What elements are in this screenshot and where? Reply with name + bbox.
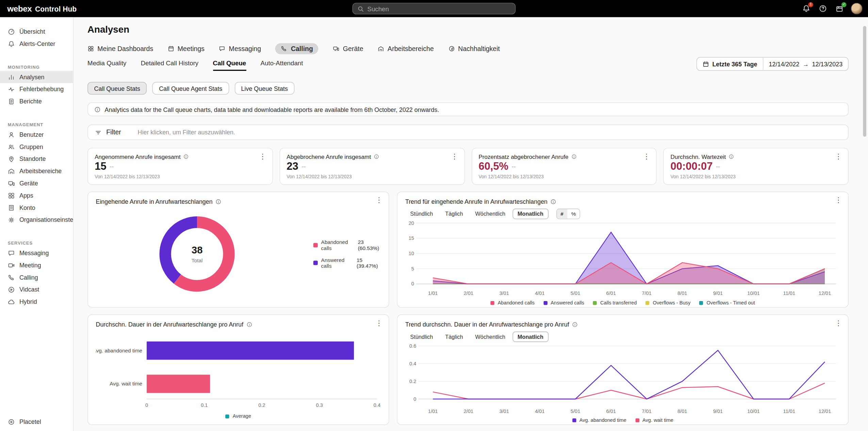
kpi-menu-button[interactable]: ⋮ xyxy=(451,153,458,160)
sidebar-item-label: Messaging xyxy=(19,250,49,256)
card-menu-button[interactable]: ⋮ xyxy=(375,319,382,327)
svg-text:10/01: 10/01 xyxy=(747,291,760,296)
subtab-call-queue[interactable]: Call Queue xyxy=(213,60,246,71)
info-icon xyxy=(572,321,578,327)
svg-text:2/01: 2/01 xyxy=(464,409,473,414)
svg-text:9/01: 9/01 xyxy=(713,409,723,414)
granularity-w-chentlich[interactable]: Wöchentlich xyxy=(470,331,510,342)
granularity-t-glich[interactable]: Täglich xyxy=(440,209,468,219)
card-menu-button[interactable]: ⋮ xyxy=(375,197,382,204)
sidebar-item-berichte[interactable]: Berichte xyxy=(0,95,73,107)
user-avatar[interactable] xyxy=(851,3,863,14)
granularity-st-ndlich[interactable]: Stündlich xyxy=(405,209,438,219)
card-menu-button[interactable]: ⋮ xyxy=(835,319,842,327)
sidebar-item-placetel[interactable]: Placetel xyxy=(0,416,73,428)
calling-icon xyxy=(281,45,288,52)
info-icon xyxy=(246,321,252,327)
info-icon xyxy=(550,198,556,204)
calling-icon xyxy=(8,274,15,281)
tab-meine-dashboards[interactable]: Meine Dashboards xyxy=(87,45,153,53)
svg-text:0: 0 xyxy=(413,396,416,402)
sidebar-item-alerts-center[interactable]: Alerts-Center xyxy=(0,38,73,50)
tab-meetings[interactable]: Meetings xyxy=(168,45,205,53)
orders-button[interactable]: ✓ xyxy=(834,4,844,14)
kpi-menu-button[interactable]: ⋮ xyxy=(643,153,650,160)
pill-call-queue-agent-stats[interactable]: Call Queue Agent Stats xyxy=(152,82,229,95)
pill-live-queue-stats[interactable]: Live Queue Stats xyxy=(234,82,294,95)
svg-text:3/01: 3/01 xyxy=(499,291,509,296)
date-end: 12/13/2023 xyxy=(812,61,843,67)
product-name: Control Hub xyxy=(35,5,77,13)
sidebar-item-messaging[interactable]: Messaging xyxy=(0,247,73,259)
sidebar-item-konto[interactable]: Konto xyxy=(0,201,73,214)
tab-messaging[interactable]: Messaging xyxy=(219,45,261,53)
sidebar-item-ger-te[interactable]: Geräte xyxy=(0,177,73,189)
donut-legend: Abandoned calls23 (60.53%)Answered calls… xyxy=(313,239,381,269)
filter-bar[interactable]: Filter Hier klicken, um Filter auszuwähl… xyxy=(87,125,849,140)
svg-text:1/01: 1/01 xyxy=(428,409,438,414)
vidcast-icon xyxy=(8,286,15,293)
card-title: Eingehende Anrufe in Anrufwarteschlangen xyxy=(96,198,381,205)
kpi-period: Von 12/14/2022 bis 12/13/2023 xyxy=(95,174,265,179)
users-icon xyxy=(8,131,15,138)
sidebar-item-arbeitsbereiche[interactable]: Arbeitsbereiche xyxy=(0,165,73,177)
granularity-monatlich[interactable]: Monatlich xyxy=(512,209,548,219)
sidebar-item-organisationseinstellun[interactable]: Organisationseinstellun... xyxy=(0,214,73,226)
sidebar-item-gruppen[interactable]: Gruppen xyxy=(0,140,73,153)
tab-nachhaltigkeit[interactable]: Nachhaltigkeit xyxy=(448,45,500,53)
granularity-monatlich[interactable]: Monatlich xyxy=(512,331,548,342)
arrow-right-icon: → xyxy=(803,61,809,67)
legend-item-avg-abandoned-time: Avg. abandoned time xyxy=(572,417,626,423)
svg-text:12/01: 12/01 xyxy=(819,409,831,414)
card-menu-button[interactable]: ⋮ xyxy=(835,197,842,204)
sidebar-item-benutzer[interactable]: Benutzer xyxy=(0,128,73,140)
help-button[interactable] xyxy=(818,4,828,14)
orders-check-badge: ✓ xyxy=(841,2,847,7)
unit-toggle-count[interactable]: # xyxy=(557,209,567,218)
svg-text:7/01: 7/01 xyxy=(642,291,651,296)
sidebar-item-analysen[interactable]: Analysen xyxy=(0,71,73,83)
granularity-t-glich[interactable]: Täglich xyxy=(440,331,468,342)
svg-text:2/01: 2/01 xyxy=(464,291,473,296)
analytics-icon xyxy=(8,73,15,81)
sidebar-item-meeting[interactable]: Meeting xyxy=(0,259,73,271)
sidebar-item-standorte[interactable]: Standorte xyxy=(0,153,73,165)
svg-text:7/01: 7/01 xyxy=(642,409,651,414)
svg-text:10: 10 xyxy=(409,251,414,256)
date-range-picker[interactable]: Letzte 365 Tage 12/14/2022 → 12/13/2023 xyxy=(696,57,849,71)
sidebar-item-fehlerbehebung[interactable]: Fehlerbehebung xyxy=(0,83,73,95)
info-icon xyxy=(246,321,252,327)
granularity-st-ndlich[interactable]: Stündlich xyxy=(405,331,438,342)
sidebar-item-label: Standorte xyxy=(19,155,46,162)
analytics-tabs: Meine DashboardsMeetingsMessagingCalling… xyxy=(87,43,849,55)
help-icon xyxy=(818,4,826,13)
date-range-preset[interactable]: Letzte 365 Tage xyxy=(697,57,763,70)
global-search[interactable] xyxy=(353,3,516,14)
notifications-button[interactable]: 1 xyxy=(801,4,811,14)
sidebar-item-apps[interactable]: Apps xyxy=(0,189,73,201)
sidebar-item-bersicht[interactable]: Übersicht xyxy=(0,26,73,38)
subtab-media-quality[interactable]: Media Quality xyxy=(87,60,126,70)
tab-calling[interactable]: Calling xyxy=(275,43,318,54)
granularity-w-chentlich[interactable]: Wöchentlich xyxy=(470,209,510,219)
pill-call-queue-stats[interactable]: Call Queue Stats xyxy=(87,82,147,95)
sidebar-item-label: Apps xyxy=(19,192,33,199)
sidebar-item-calling[interactable]: Calling xyxy=(0,271,73,283)
search-input[interactable] xyxy=(367,5,510,12)
date-range-dates[interactable]: 12/14/2022 → 12/13/2023 xyxy=(763,57,848,70)
kpi-menu-button[interactable]: ⋮ xyxy=(259,153,266,160)
scrollbar-thumb[interactable] xyxy=(863,26,866,136)
tab-ger-te[interactable]: Geräte xyxy=(333,45,363,53)
sidebar-item-hybrid[interactable]: Hybrid xyxy=(0,296,73,308)
locations-icon xyxy=(8,155,15,162)
kpi-menu-button[interactable]: ⋮ xyxy=(835,153,842,160)
tab-arbeitsbereiche[interactable]: Arbeitsbereiche xyxy=(378,45,434,53)
sidebar-item-vidcast[interactable]: Vidcast xyxy=(0,283,73,296)
messaging-icon xyxy=(219,45,226,52)
donut-chart: 38 Total xyxy=(155,213,239,296)
subtab-auto-attendant[interactable]: Auto-Attendant xyxy=(261,60,303,70)
unit-toggle-percent[interactable]: % xyxy=(567,209,580,218)
subtab-detailed-call-history[interactable]: Detailed Call History xyxy=(141,60,199,70)
filter-icon xyxy=(95,129,102,136)
svg-text:Avg. abandoned time: Avg. abandoned time xyxy=(96,348,142,353)
